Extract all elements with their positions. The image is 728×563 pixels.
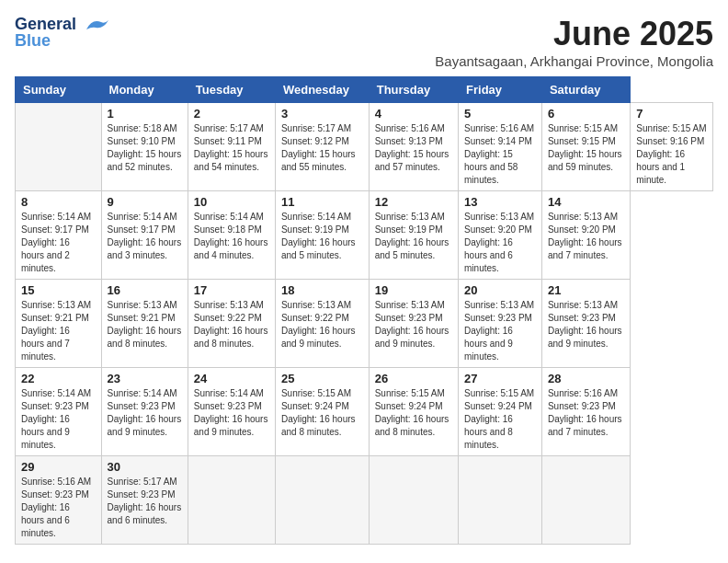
day-info: Sunrise: 5:14 AMSunset: 9:23 PMDaylight:… — [194, 387, 269, 439]
calendar-cell: 5Sunrise: 5:16 AMSunset: 9:14 PMDaylight… — [459, 103, 542, 191]
calendar-cell: 9Sunrise: 5:14 AMSunset: 9:17 PMDaylight… — [101, 191, 188, 280]
calendar-day-header: Sunday — [16, 77, 102, 103]
calendar-cell: 23Sunrise: 5:14 AMSunset: 9:23 PMDayligh… — [101, 368, 188, 456]
day-number: 10 — [194, 195, 269, 209]
calendar-week-row: 22Sunrise: 5:14 AMSunset: 9:23 PMDayligh… — [16, 368, 713, 456]
calendar-cell: 7Sunrise: 5:15 AMSunset: 9:16 PMDaylight… — [631, 103, 713, 191]
day-info: Sunrise: 5:15 AMSunset: 9:24 PMDaylight:… — [464, 387, 536, 452]
day-info: Sunrise: 5:13 AMSunset: 9:22 PMDaylight:… — [281, 299, 363, 350]
logo-blue-text: Blue — [15, 31, 51, 51]
day-number: 5 — [464, 107, 536, 121]
day-info: Sunrise: 5:14 AMSunset: 9:23 PMDaylight:… — [21, 387, 96, 452]
calendar-cell: 19Sunrise: 5:13 AMSunset: 9:23 PMDayligh… — [369, 280, 458, 368]
calendar-week-row: 1Sunrise: 5:18 AMSunset: 9:10 PMDaylight… — [16, 103, 713, 191]
day-info: Sunrise: 5:13 AMSunset: 9:23 PMDaylight:… — [464, 299, 536, 363]
day-number: 19 — [375, 283, 452, 297]
calendar-cell: 29Sunrise: 5:16 AMSunset: 9:23 PMDayligh… — [16, 456, 102, 545]
day-number: 6 — [548, 107, 624, 121]
day-info: Sunrise: 5:13 AMSunset: 9:21 PMDaylight:… — [21, 299, 96, 363]
month-title: June 2025 — [435, 15, 713, 53]
calendar-cell — [459, 456, 542, 545]
day-number: 25 — [281, 372, 363, 385]
day-number: 2 — [194, 107, 269, 121]
day-number: 13 — [464, 195, 536, 209]
title-area: June 2025 Bayantsagaan, Arkhangai Provin… — [435, 15, 713, 69]
day-info: Sunrise: 5:14 AMSunset: 9:19 PMDaylight:… — [281, 211, 363, 262]
day-info: Sunrise: 5:16 AMSunset: 9:13 PMDaylight:… — [375, 122, 452, 174]
calendar-cell: 14Sunrise: 5:13 AMSunset: 9:20 PMDayligh… — [541, 191, 630, 280]
calendar-cell: 20Sunrise: 5:13 AMSunset: 9:23 PMDayligh… — [459, 280, 542, 368]
calendar-cell: 8Sunrise: 5:14 AMSunset: 9:17 PMDaylight… — [16, 191, 102, 280]
day-info: Sunrise: 5:15 AMSunset: 9:24 PMDaylight:… — [281, 387, 363, 439]
calendar-cell: 11Sunrise: 5:14 AMSunset: 9:19 PMDayligh… — [275, 191, 369, 280]
day-number: 12 — [375, 195, 452, 209]
calendar-cell: 28Sunrise: 5:16 AMSunset: 9:23 PMDayligh… — [541, 368, 630, 456]
day-number: 18 — [281, 283, 363, 297]
calendar-week-row: 15Sunrise: 5:13 AMSunset: 9:21 PMDayligh… — [16, 280, 713, 368]
day-number: 30 — [108, 460, 182, 474]
day-number: 23 — [108, 372, 182, 385]
calendar-day-header: Tuesday — [188, 77, 275, 103]
calendar-cell: 22Sunrise: 5:14 AMSunset: 9:23 PMDayligh… — [16, 368, 102, 456]
day-number: 20 — [464, 283, 536, 297]
day-number: 1 — [108, 107, 182, 121]
day-info: Sunrise: 5:17 AMSunset: 9:23 PMDaylight:… — [108, 476, 182, 527]
calendar-cell: 17Sunrise: 5:13 AMSunset: 9:22 PMDayligh… — [188, 280, 275, 368]
day-number: 15 — [21, 283, 96, 297]
day-info: Sunrise: 5:13 AMSunset: 9:23 PMDaylight:… — [375, 299, 452, 350]
day-info: Sunrise: 5:15 AMSunset: 9:16 PMDaylight:… — [636, 122, 707, 187]
calendar-cell: 25Sunrise: 5:15 AMSunset: 9:24 PMDayligh… — [275, 368, 369, 456]
logo-bird-icon — [83, 17, 108, 33]
day-number: 9 — [108, 195, 182, 209]
calendar-header-row: SundayMondayTuesdayWednesdayThursdayFrid… — [16, 77, 713, 103]
day-info: Sunrise: 5:14 AMSunset: 9:17 PMDaylight:… — [108, 211, 182, 262]
day-info: Sunrise: 5:16 AMSunset: 9:14 PMDaylight:… — [464, 122, 536, 187]
day-number: 22 — [21, 372, 96, 385]
calendar-cell: 24Sunrise: 5:14 AMSunset: 9:23 PMDayligh… — [188, 368, 275, 456]
logo: General Blue — [15, 15, 108, 51]
day-number: 21 — [548, 283, 624, 297]
day-number: 7 — [636, 107, 707, 121]
day-info: Sunrise: 5:13 AMSunset: 9:20 PMDaylight:… — [464, 211, 536, 275]
day-info: Sunrise: 5:13 AMSunset: 9:20 PMDaylight:… — [548, 211, 624, 262]
calendar-cell: 15Sunrise: 5:13 AMSunset: 9:21 PMDayligh… — [16, 280, 102, 368]
calendar-cell — [275, 456, 369, 545]
calendar-week-row: 8Sunrise: 5:14 AMSunset: 9:17 PMDaylight… — [16, 191, 713, 280]
day-number: 3 — [281, 107, 363, 121]
calendar-cell — [541, 456, 630, 545]
calendar-cell: 3Sunrise: 5:17 AMSunset: 9:12 PMDaylight… — [275, 103, 369, 191]
calendar-cell: 1Sunrise: 5:18 AMSunset: 9:10 PMDaylight… — [101, 103, 188, 191]
day-number: 14 — [548, 195, 624, 209]
calendar-cell: 16Sunrise: 5:13 AMSunset: 9:21 PMDayligh… — [101, 280, 188, 368]
day-info: Sunrise: 5:14 AMSunset: 9:17 PMDaylight:… — [21, 211, 96, 275]
calendar-table: SundayMondayTuesdayWednesdayThursdayFrid… — [15, 76, 713, 545]
calendar-day-header: Thursday — [369, 77, 458, 103]
day-number: 28 — [548, 372, 624, 385]
calendar-cell: 26Sunrise: 5:15 AMSunset: 9:24 PMDayligh… — [369, 368, 458, 456]
day-info: Sunrise: 5:15 AMSunset: 9:15 PMDaylight:… — [548, 122, 624, 174]
calendar-cell: 30Sunrise: 5:17 AMSunset: 9:23 PMDayligh… — [101, 456, 188, 545]
calendar-day-header: Wednesday — [275, 77, 369, 103]
day-info: Sunrise: 5:16 AMSunset: 9:23 PMDaylight:… — [548, 387, 624, 439]
day-number: 24 — [194, 372, 269, 385]
day-number: 26 — [375, 372, 452, 385]
calendar-cell — [188, 456, 275, 545]
calendar-cell: 4Sunrise: 5:16 AMSunset: 9:13 PMDaylight… — [369, 103, 458, 191]
header: General Blue June 2025 Bayantsagaan, Ark… — [15, 15, 713, 69]
day-info: Sunrise: 5:14 AMSunset: 9:23 PMDaylight:… — [108, 387, 182, 439]
day-number: 11 — [281, 195, 363, 209]
day-info: Sunrise: 5:18 AMSunset: 9:10 PMDaylight:… — [108, 122, 182, 174]
day-info: Sunrise: 5:15 AMSunset: 9:24 PMDaylight:… — [375, 387, 452, 439]
calendar-week-row: 29Sunrise: 5:16 AMSunset: 9:23 PMDayligh… — [16, 456, 713, 545]
calendar-cell: 10Sunrise: 5:14 AMSunset: 9:18 PMDayligh… — [188, 191, 275, 280]
day-number: 27 — [464, 372, 536, 385]
day-info: Sunrise: 5:13 AMSunset: 9:21 PMDaylight:… — [108, 299, 182, 350]
day-number: 8 — [21, 195, 96, 209]
day-info: Sunrise: 5:16 AMSunset: 9:23 PMDaylight:… — [21, 476, 96, 540]
calendar-cell: 21Sunrise: 5:13 AMSunset: 9:23 PMDayligh… — [541, 280, 630, 368]
calendar-cell: 18Sunrise: 5:13 AMSunset: 9:22 PMDayligh… — [275, 280, 369, 368]
calendar-cell: 27Sunrise: 5:15 AMSunset: 9:24 PMDayligh… — [459, 368, 542, 456]
day-number: 17 — [194, 283, 269, 297]
calendar-day-header: Saturday — [541, 77, 630, 103]
calendar-cell — [369, 456, 458, 545]
